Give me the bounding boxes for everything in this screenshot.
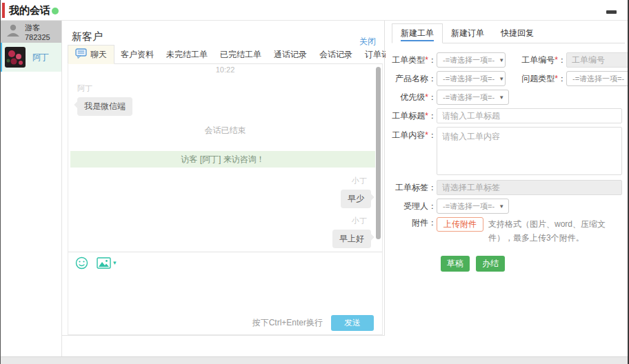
- form-row: 工单标签：: [386, 180, 622, 195]
- chevron-down-icon: ▼: [499, 57, 504, 63]
- form-row: 受理人： -=请选择一项=-▼: [386, 199, 622, 214]
- chevron-down-icon: ▼: [499, 76, 504, 82]
- tab-new-ticket[interactable]: 新建工单: [392, 23, 443, 43]
- attachment-label: 附件：: [386, 217, 437, 229]
- message-timestamp: 10:22: [68, 65, 382, 74]
- window-bottom-strip: [0, 356, 629, 364]
- attachment-hint: 支持格式（图片、word、压缩文件），最多上传3个附件。: [488, 217, 622, 245]
- problem-type-select[interactable]: -=请选择一项=-▼: [566, 71, 629, 86]
- message-bubble: 我是微信端: [77, 97, 132, 116]
- ticket-tags-input[interactable]: [437, 180, 622, 195]
- message-text: 早上好: [339, 234, 364, 243]
- tab-customer-profile[interactable]: 客户资料: [114, 46, 160, 64]
- select-placeholder: -=请选择一项=-: [443, 55, 495, 65]
- tab-call-log[interactable]: 通话记录: [268, 46, 313, 64]
- bubble-tail: [366, 233, 374, 241]
- product-name-label: 产品名称：: [386, 73, 437, 85]
- ticket-title-label: 工单标题*：: [386, 110, 437, 122]
- select-placeholder: -=请选择一项=-: [443, 201, 495, 212]
- image-upload-button[interactable]: ▾: [97, 257, 117, 269]
- composer-toolbar: ▾: [68, 252, 382, 273]
- ticket-panel: 新建工单 新建订单 快捷回复 工单类型*： -=请选择一项=-▼ 工单编号*： …: [386, 21, 628, 356]
- product-name-select[interactable]: -=请选择一项=-▼: [437, 71, 506, 86]
- chat-content-box: 10:22 阿丁 我是微信端 会话已结束 访客 [阿丁] 来访咨询！ 小丁 早少…: [68, 63, 383, 335]
- list-item-visitor[interactable]: 游客782325: [0, 21, 61, 43]
- conversation-list: 游客782325 阿丁: [0, 21, 62, 356]
- ticket-content-label: 工单内容*：: [386, 130, 437, 141]
- upload-attachment-button[interactable]: 上传附件: [437, 217, 483, 232]
- visit-notice-banner: 访客 [阿丁] 来访咨询！: [70, 151, 375, 168]
- avatar: [5, 47, 26, 68]
- form-actions: 草稿 办结: [386, 256, 622, 272]
- ticket-no-input[interactable]: [566, 52, 629, 68]
- enter-hint: 按下Ctrl+Enter换行: [252, 317, 323, 329]
- ticket-type-select[interactable]: -=请选择一项=-▼: [437, 52, 506, 68]
- window-left-border: [0, 0, 1, 364]
- chat-customer-title: 新客户: [72, 30, 103, 43]
- select-placeholder: -=请选择一项=-: [443, 92, 495, 103]
- title-bar: 我的会话: [0, 0, 629, 21]
- form-row: 产品名称： -=请选择一项=-▼ 问题类型*： -=请选择一项=-▼: [386, 71, 622, 86]
- message-sender: 小丁: [352, 216, 367, 226]
- chat-tab-bar: 聊天 客户资料 未完结工单 已完结工单 通话记录 会话记录 订单记录: [68, 48, 383, 64]
- assignee-select[interactable]: -=请选择一项=-▼: [437, 199, 509, 214]
- chevron-down-icon: ▼: [499, 94, 504, 101]
- draft-button[interactable]: 草稿: [441, 256, 470, 272]
- session-ended-text: 会话已结束: [68, 125, 382, 136]
- chat-panel: 新客户 关闭 聊天 客户资料 未完结工单 已完结工单 通话记录 会话记录 订单记…: [62, 21, 385, 336]
- select-placeholder: -=请选择一项=-: [572, 74, 624, 84]
- tab-chat[interactable]: 聊天: [68, 45, 114, 64]
- bubble-tail: [74, 101, 81, 108]
- composer-footer: 按下Ctrl+Enter换行 发送: [68, 311, 382, 334]
- ticket-form: 工单类型*： -=请选择一项=-▼ 工单编号*： 产品名称： -=请选择一项=-…: [386, 52, 622, 272]
- ticket-tab-bar: 新建工单 新建订单 快捷回复: [392, 26, 625, 43]
- form-row: 工单标题*：: [386, 108, 622, 123]
- message-bubble: 早上好: [332, 230, 371, 248]
- message-sender: 阿丁: [77, 83, 92, 94]
- ticket-title-input[interactable]: [437, 108, 622, 123]
- message-input[interactable]: [68, 273, 382, 311]
- tab-quick-reply[interactable]: 快捷回复: [492, 24, 542, 43]
- message-text: 我是微信端: [84, 101, 126, 111]
- form-row: 工单内容*：: [386, 127, 622, 175]
- message-history: 10:22 阿丁 我是微信端 会话已结束 访客 [阿丁] 来访咨询！ 小丁 早少…: [68, 64, 382, 252]
- message-text: 早少: [348, 194, 364, 203]
- tab-new-order[interactable]: 新建订单: [443, 24, 492, 43]
- tab-closed-tickets[interactable]: 已完结工单: [214, 46, 268, 64]
- message-bubble: 早少: [341, 190, 371, 208]
- image-dropdown-caret-icon: ▾: [113, 259, 117, 266]
- contact-name: 阿丁: [32, 52, 49, 63]
- problem-type-label: 问题类型*：: [515, 73, 566, 85]
- tab-open-tickets[interactable]: 未完结工单: [160, 46, 214, 64]
- minimize-button[interactable]: [606, 10, 617, 14]
- ticket-content-textarea[interactable]: [437, 127, 622, 175]
- send-button[interactable]: 发送: [331, 315, 374, 331]
- form-row: 工单类型*： -=请选择一项=-▼ 工单编号*：: [386, 52, 622, 68]
- form-row: 优先级*： -=请选择一项=-▼: [386, 90, 622, 105]
- chat-scrollbar[interactable]: [376, 67, 381, 239]
- chat-bubble-icon: [75, 48, 87, 61]
- person-icon: [4, 21, 22, 42]
- list-item-ading[interactable]: 阿丁: [0, 43, 61, 72]
- tab-new-ticket-label: 新建工单: [401, 28, 434, 41]
- select-placeholder: -=请选择一项=-: [443, 74, 495, 84]
- priority-label: 优先级*：: [386, 92, 437, 103]
- window-title: 我的会话: [9, 4, 50, 17]
- message-sender: 小丁: [352, 176, 367, 186]
- online-status-dot: [52, 8, 59, 14]
- chevron-down-icon: ▼: [499, 203, 504, 210]
- tab-session-log[interactable]: 会话记录: [313, 46, 359, 64]
- assignee-label: 受理人：: [386, 201, 437, 212]
- ticket-no-label: 工单编号*：: [515, 54, 566, 66]
- ticket-type-label: 工单类型*：: [386, 54, 437, 66]
- emoji-button[interactable]: [75, 256, 88, 270]
- composer: ▾ 按下Ctrl+Enter换行 发送: [68, 252, 382, 334]
- tab-chat-label: 聊天: [90, 49, 107, 61]
- bubble-tail: [366, 193, 374, 201]
- priority-select[interactable]: -=请选择一项=-▼: [437, 90, 509, 105]
- finish-button[interactable]: 办结: [476, 256, 505, 272]
- ticket-tags-label: 工单标签：: [386, 182, 437, 194]
- visitor-name: 游客782325: [25, 23, 61, 41]
- form-row: 附件： 上传附件 支持格式（图片、word、压缩文件），最多上传3个附件。: [386, 217, 622, 245]
- title-accent-bar: [2, 3, 5, 18]
